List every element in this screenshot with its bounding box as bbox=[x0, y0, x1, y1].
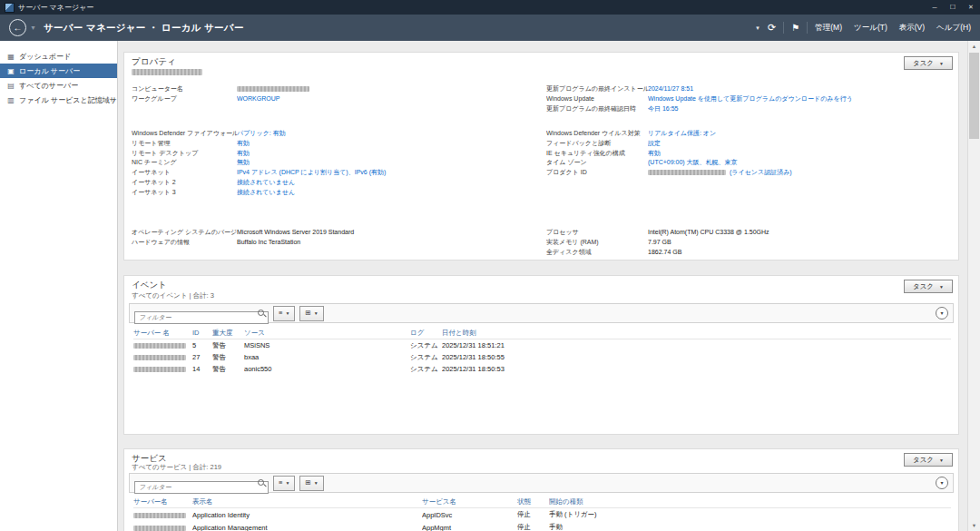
event-datetime-cell: 2025/12/31 18:50:53 bbox=[442, 365, 951, 373]
event-row[interactable]: 14 警告 aonic550 システム 2025/12/31 18:50:53 bbox=[133, 363, 951, 375]
property-value[interactable]: 有効 bbox=[648, 149, 951, 159]
property-value[interactable]: WORKGROUP bbox=[237, 94, 542, 104]
scrollbar-thumb[interactable] bbox=[969, 53, 979, 139]
property-value[interactable]: IPv4 アドレス (DHCP により割り当て)、IPv6 (有効) bbox=[237, 168, 542, 178]
column-header[interactable]: 重大度 bbox=[212, 329, 244, 338]
column-header[interactable]: ソース bbox=[244, 329, 410, 338]
event-server-cell bbox=[133, 353, 192, 361]
column-header[interactable]: 開始の種類 bbox=[549, 497, 951, 506]
column-header[interactable]: 状態 bbox=[517, 497, 549, 506]
column-header[interactable]: ログ bbox=[410, 329, 442, 338]
events-filter-input[interactable] bbox=[134, 311, 269, 324]
chevron-down-icon: ▾ bbox=[940, 480, 943, 486]
column-header[interactable]: ID bbox=[192, 329, 212, 337]
events-collapse-button[interactable]: ▾ bbox=[936, 307, 948, 320]
service-row[interactable]: Application Management AppMgmt 停止 手動 bbox=[133, 521, 951, 531]
services-summary: すべてのサービス | 合計: 219 bbox=[132, 463, 221, 472]
events-title: イベント bbox=[132, 280, 167, 291]
property-value[interactable] bbox=[237, 86, 309, 92]
event-row[interactable]: 27 警告 bxaa システム 2025/12/31 18:50:55 bbox=[133, 351, 951, 363]
property-value[interactable]: Microsoft Windows Server 2019 Standard bbox=[237, 228, 542, 238]
close-button[interactable]: ✕ bbox=[962, 0, 980, 15]
events-table-body: 5 警告 MSiSNS システム 2025/12/31 18:51:21 27 … bbox=[133, 339, 951, 375]
services-filter-input[interactable] bbox=[134, 481, 269, 494]
property-value[interactable]: Windows Update を使用して更新プログラムのダウンロードのみを行う bbox=[648, 94, 951, 104]
column-header[interactable]: サーバー 名 bbox=[133, 329, 192, 338]
property-value[interactable]: 接続されていません bbox=[237, 188, 542, 198]
divider bbox=[783, 22, 784, 34]
maximize-button[interactable]: ☐ bbox=[944, 0, 962, 15]
refresh-icon[interactable]: ⟳ bbox=[768, 23, 776, 33]
property-row: IE セキュリティ強化の構成 有効 bbox=[546, 149, 951, 159]
notifications-caret-icon[interactable]: ▼ bbox=[755, 25, 760, 31]
sidebar-item-dashboard[interactable]: ▦ ダッシュボード bbox=[0, 49, 117, 64]
sidebar-item-file-storage-services[interactable]: ▥ ファイル サービスと記憶域サ... › bbox=[0, 93, 117, 107]
property-value[interactable]: 有効 bbox=[237, 149, 542, 159]
navbar-right: ▼ ⟳ ⚑ 管理(M) ツール(T) 表示(V) ヘルプ(H) bbox=[755, 22, 971, 34]
column-header[interactable]: サービス名 bbox=[422, 497, 517, 506]
server-name-redacted bbox=[133, 526, 186, 531]
events-layout-menu-button[interactable]: ⊞ ▼ bbox=[299, 306, 323, 321]
column-header[interactable]: サーバー名 bbox=[133, 497, 192, 506]
property-row: 更新プログラムの最終確認日時 今日 16:55 bbox=[546, 104, 951, 114]
services-panel: サービス すべてのサービス | 合計: 219 タスク ▼ ≡ ▼ ⊞ ▼ ▾ bbox=[123, 448, 959, 531]
property-value[interactable]: Intel(R) Atom(TM) CPU C3338 @ 1.50GHz bbox=[648, 228, 951, 238]
events-saved-queries-button[interactable]: ≡ ▼ bbox=[273, 306, 295, 321]
property-label: 更新プログラムの最終確認日時 bbox=[546, 104, 648, 114]
property-value[interactable]: (ライセンス認証済み) bbox=[648, 168, 951, 178]
property-value[interactable]: (UTC+09:00) 大阪、札幌、東京 bbox=[648, 158, 951, 168]
back-button[interactable]: ← bbox=[9, 19, 26, 36]
properties-panel: プロパティ タスク ▼ コンピューター名 ワークグループ WORKGROUP bbox=[123, 52, 959, 261]
caret-down-icon: ▼ bbox=[314, 480, 318, 486]
property-value[interactable]: 無効 bbox=[237, 158, 542, 168]
menu-view[interactable]: 表示(V) bbox=[899, 23, 925, 34]
notifications-flag-icon[interactable]: ⚑ bbox=[791, 23, 799, 33]
services-collapse-button[interactable]: ▾ bbox=[936, 477, 948, 489]
property-value[interactable]: 有効 bbox=[237, 139, 542, 149]
property-value[interactable]: 2024/11/27 8:51 bbox=[648, 84, 951, 94]
properties-left-band-3: オペレーティング システムのバージョン Microsoft Windows Se… bbox=[132, 228, 542, 248]
property-value[interactable]: 設定 bbox=[648, 139, 951, 149]
services-tasks-button[interactable]: タスク ▼ bbox=[904, 453, 953, 467]
property-value[interactable]: Buffalo Inc TeraStation bbox=[237, 238, 542, 248]
sidebar-item-local-server[interactable]: ▣ ローカル サーバー bbox=[0, 64, 117, 78]
properties-tasks-button[interactable]: タスク ▼ bbox=[904, 56, 953, 70]
property-value[interactable]: 1862.74 GB bbox=[648, 248, 951, 258]
menu-manage[interactable]: 管理(M) bbox=[815, 23, 842, 34]
property-label: 全ディスク領域 bbox=[546, 248, 648, 258]
sidebar-item-all-servers[interactable]: ▤ すべてのサーバー bbox=[0, 78, 117, 93]
services-saved-queries-button[interactable]: ≡ ▼ bbox=[273, 476, 295, 491]
property-value[interactable]: パブリック: 有効 bbox=[237, 129, 542, 139]
minimize-button[interactable]: ─ bbox=[926, 0, 944, 15]
breadcrumb: サーバー マネージャー ・ ローカル サーバー bbox=[44, 22, 244, 34]
event-row[interactable]: 5 警告 MSiSNS システム 2025/12/31 18:51:21 bbox=[133, 339, 951, 351]
property-label: イーサネット bbox=[132, 168, 237, 178]
scroll-down-icon[interactable]: ▼ bbox=[968, 520, 980, 531]
scroll-up-icon[interactable]: ▲ bbox=[968, 41, 980, 52]
menu-tools[interactable]: ツール(T) bbox=[854, 23, 887, 34]
computer-name-redacted bbox=[132, 69, 202, 75]
property-value[interactable]: リアルタイム保護: オン bbox=[648, 129, 951, 139]
property-label: Windows Update bbox=[546, 94, 648, 104]
tasks-label: タスク bbox=[913, 59, 934, 68]
service-row[interactable]: Application Identity AppIDSvc 停止 手動 (トリガ… bbox=[133, 508, 951, 521]
events-tasks-button[interactable]: タスク ▼ bbox=[904, 280, 953, 293]
vertical-scrollbar[interactable]: ▲ ▼ bbox=[967, 41, 980, 531]
history-caret-icon[interactable]: ▼ bbox=[30, 25, 36, 31]
properties-left-band-2: Windows Defender ファイアウォール パブリック: 有効 リモート… bbox=[132, 129, 542, 198]
menu-help[interactable]: ヘルプ(H) bbox=[936, 23, 971, 34]
property-row: Windows Update Windows Update を使用して更新プログ… bbox=[546, 94, 951, 104]
chevron-right-icon: › bbox=[113, 96, 115, 104]
event-server-cell bbox=[133, 365, 192, 373]
property-value[interactable]: 今日 16:55 bbox=[648, 104, 951, 114]
search-icon[interactable] bbox=[258, 310, 266, 318]
column-header[interactable]: 表示名 bbox=[192, 497, 422, 506]
caret-down-icon: ▼ bbox=[285, 310, 289, 316]
event-severity-cell: 警告 bbox=[212, 365, 244, 374]
property-label: イーサネット 3 bbox=[132, 188, 237, 198]
search-icon[interactable] bbox=[258, 479, 266, 487]
property-value[interactable]: 接続されていません bbox=[237, 178, 542, 188]
property-value[interactable]: 7.97 GB bbox=[648, 238, 951, 248]
column-header[interactable]: 日付と時刻 bbox=[442, 329, 951, 338]
services-layout-menu-button[interactable]: ⊞ ▼ bbox=[299, 476, 323, 491]
